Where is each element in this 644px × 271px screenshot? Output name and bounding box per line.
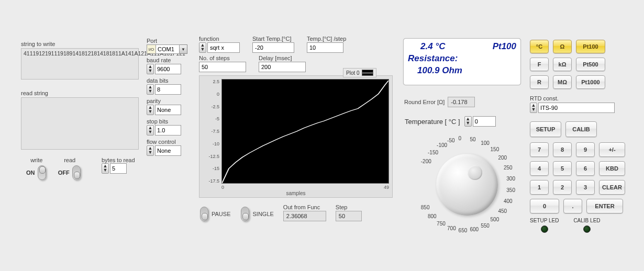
gauge-tick: 100 <box>481 140 490 146</box>
key-9[interactable]: 9 <box>576 142 595 157</box>
y-axis-ticks: 2.50-2.5-5-7.5-10-12.5-15-17.5 <box>203 79 220 184</box>
x-axis-label: samples <box>203 190 389 196</box>
key-clear[interactable]: CLEAR <box>599 180 625 195</box>
port-select[interactable] <box>156 44 180 54</box>
write-state: ON <box>26 170 35 176</box>
calib-led-label: CALIB LED <box>573 218 600 223</box>
unit-mohm-button[interactable]: MΩ <box>553 75 572 89</box>
rtd-const-field[interactable] <box>538 103 615 113</box>
flow-stepper[interactable]: ▲▼ <box>147 145 154 156</box>
key-3[interactable]: 3 <box>576 180 595 195</box>
function-field[interactable] <box>207 42 240 53</box>
function-stepper[interactable]: ▲▼ <box>199 42 206 53</box>
databits-stepper[interactable]: ▲▼ <box>147 84 154 95</box>
pt1000-button[interactable]: Pt1000 <box>576 75 605 89</box>
temperature-gauge-label: Temperature [ °C ] <box>405 118 460 126</box>
unit-c-button[interactable]: °C <box>530 40 549 53</box>
unit-kohm-button[interactable]: kΩ <box>553 58 572 71</box>
key-4[interactable]: 4 <box>530 161 549 176</box>
key-0[interactable]: 0 <box>530 199 559 213</box>
calib-button[interactable]: CALIB <box>565 121 597 137</box>
graph-plot[interactable] <box>221 79 389 184</box>
gauge-tick: 550 <box>481 223 490 229</box>
stopbits-label: stop bits <box>147 118 194 125</box>
start-temp-field[interactable] <box>252 42 294 53</box>
plot-legend[interactable]: Plot 0 <box>343 68 376 77</box>
temperature-stepper[interactable]: ▲▼ <box>464 116 472 127</box>
single-toggle[interactable] <box>241 207 249 221</box>
delay-field[interactable] <box>259 62 306 72</box>
pt500-button[interactable]: Pt500 <box>576 58 605 71</box>
gauge-tick: 500 <box>491 217 499 222</box>
bytes-to-read-label: bytes to read <box>102 157 135 163</box>
baud-stepper[interactable]: ▲▼ <box>147 64 154 74</box>
nsteps-field[interactable] <box>199 62 246 72</box>
temp-step-field[interactable] <box>307 42 343 53</box>
read-toggle-label: read <box>58 157 82 163</box>
display-line2: Resistance: <box>408 53 516 65</box>
rtd-const-label: RTD const. <box>530 95 625 101</box>
string-to-write-label: string to write <box>21 41 139 47</box>
gauge-tick: 250 <box>504 165 513 171</box>
write-toggle-label: write <box>26 157 47 163</box>
port-dropdown-icon[interactable]: ▼ <box>180 44 187 54</box>
key-kbd[interactable]: KBD <box>599 161 625 176</box>
write-toggle[interactable] <box>38 165 46 180</box>
pause-toggle[interactable] <box>200 207 208 221</box>
gauge-tick: 700 <box>447 225 456 231</box>
function-label: function <box>199 36 240 42</box>
step-value: 50 <box>336 211 362 221</box>
flow-field[interactable] <box>155 145 181 156</box>
temperature-gauge[interactable]: -200-150-100-500501001502002503003504004… <box>403 127 528 239</box>
read-string-field[interactable] <box>21 97 139 150</box>
databits-label: data bits <box>147 77 194 84</box>
port-label: Port <box>147 38 194 44</box>
out-from-func-label: Out from Func <box>283 204 326 210</box>
parity-field[interactable] <box>155 105 181 115</box>
key-5[interactable]: 5 <box>553 161 572 176</box>
pt100-button[interactable]: Pt100 <box>576 40 605 53</box>
gauge-tick: -50 <box>447 138 454 143</box>
rtd-const-stepper[interactable]: ▲▼ <box>530 103 537 113</box>
key-sign[interactable]: +/- <box>599 142 625 157</box>
display-value: 100.9 Ohm <box>408 65 516 77</box>
pause-label: PAUSE <box>212 211 230 217</box>
gauge-tick: 850 <box>421 205 430 210</box>
plot-legend-label: Plot 0 <box>346 70 360 76</box>
string-to-write-field[interactable]: 41119121911191891418121814181811A141A121… <box>21 48 139 80</box>
gauge-tick: 50 <box>470 137 475 142</box>
setup-led <box>541 225 548 233</box>
stopbits-stepper[interactable]: ▲▼ <box>147 125 154 136</box>
key-8[interactable]: 8 <box>553 142 572 157</box>
round-error-label: Round Error [Ω] <box>404 99 445 105</box>
display-temp: 2.4 °C <box>420 41 445 51</box>
unit-r-button[interactable]: R <box>530 75 549 89</box>
baud-field[interactable] <box>155 64 181 74</box>
bytes-to-read-field[interactable] <box>110 163 127 174</box>
parity-stepper[interactable]: ▲▼ <box>147 105 154 115</box>
bytes-stepper[interactable]: ▲▼ <box>102 163 109 174</box>
stopbits-field[interactable] <box>155 125 181 136</box>
gauge-tick: 650 <box>459 228 468 233</box>
round-error-value: -0.178 <box>448 97 475 107</box>
read-toggle[interactable] <box>72 165 81 180</box>
out-from-func-value: 2.36068 <box>283 211 326 221</box>
key-enter[interactable]: ENTER <box>586 199 623 213</box>
parity-label: parity <box>147 98 194 104</box>
temperature-field[interactable] <box>473 116 496 127</box>
key-7[interactable]: 7 <box>530 142 549 157</box>
gauge-knob[interactable] <box>436 154 498 216</box>
gauge-tick: 800 <box>428 213 437 219</box>
databits-field[interactable] <box>155 84 181 95</box>
unit-f-button[interactable]: F <box>530 58 549 71</box>
gauge-tick: -150 <box>428 150 438 155</box>
key-1[interactable]: 1 <box>530 180 549 195</box>
key-dot[interactable]: . <box>563 199 582 213</box>
measurement-display: 2.4 °CPt100 Resistance: 100.9 Ohm <box>403 38 521 85</box>
unit-ohm-button[interactable]: Ω <box>553 40 572 53</box>
key-6[interactable]: 6 <box>576 161 595 176</box>
key-2[interactable]: 2 <box>553 180 572 195</box>
temp-step-label: Temp.[°C] /step <box>307 36 346 42</box>
setup-button[interactable]: SETUP <box>530 121 561 137</box>
gauge-tick: 350 <box>506 187 515 193</box>
